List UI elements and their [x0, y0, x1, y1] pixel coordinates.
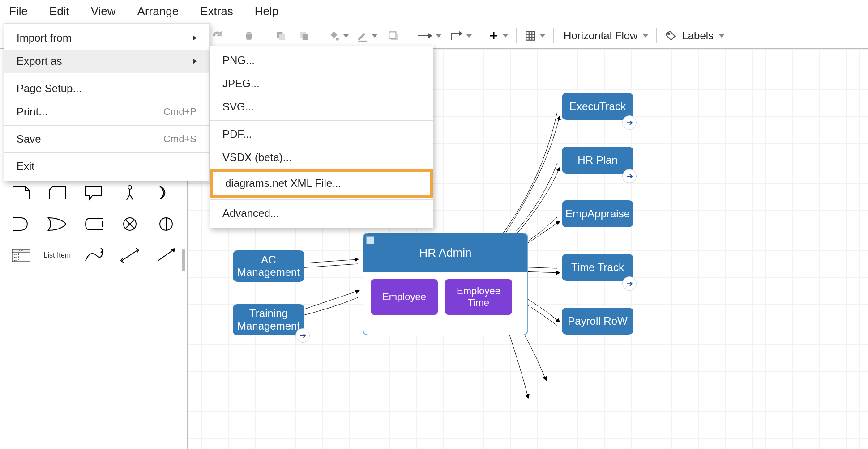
- shape-list-item[interactable]: List Item: [41, 241, 73, 269]
- node-hr-plan[interactable]: HR Plan: [562, 147, 633, 174]
- labels-label: Labels: [680, 30, 715, 42]
- svg-line-32: [130, 195, 133, 200]
- layout-selector[interactable]: Horizontal Flow: [562, 30, 648, 42]
- to-back-icon[interactable]: [296, 28, 312, 43]
- link-chip-icon[interactable]: ➔: [622, 115, 637, 130]
- menubar: File Edit View Arrange Extras Help: [0, 0, 868, 23]
- chevron-right-icon: [193, 35, 197, 41]
- export-svg[interactable]: SVG...: [210, 95, 433, 119]
- svg-point-28: [128, 186, 132, 189]
- fill-color-button[interactable]: [328, 30, 349, 42]
- menu-exit[interactable]: Exit: [4, 155, 209, 178]
- node-executrack[interactable]: ExecuTrack: [562, 93, 633, 120]
- shape-double-arrow[interactable]: [114, 241, 146, 269]
- shape-card[interactable]: [41, 179, 73, 207]
- export-submenu: PNG... JPEG... SVG... PDF... VSDX (beta)…: [210, 46, 433, 228]
- svg-text:Item 1: Item 1: [13, 253, 19, 255]
- insert-button[interactable]: [488, 30, 508, 41]
- trash-icon[interactable]: [241, 28, 257, 43]
- shape-and[interactable]: [4, 210, 37, 238]
- export-pdf[interactable]: PDF...: [210, 123, 433, 146]
- shape-crescent[interactable]: [150, 179, 183, 207]
- svg-line-45: [122, 250, 138, 261]
- svg-line-46: [158, 250, 173, 261]
- line-color-button[interactable]: [357, 30, 377, 42]
- shape-datastore[interactable]: [77, 210, 110, 238]
- menu-page-setup[interactable]: Page Setup...: [4, 77, 209, 100]
- chevron-right-icon: [193, 59, 197, 64]
- export-xml[interactable]: diagrams.net XML File...: [210, 169, 433, 198]
- node-ac-management[interactable]: AC Management: [233, 250, 304, 282]
- node-employee-time[interactable]: Employee Time: [445, 279, 512, 315]
- svg-point-15: [668, 33, 669, 34]
- shape-xor-circle[interactable]: [114, 210, 146, 238]
- svg-rect-3: [303, 34, 308, 40]
- shape-sum-circle[interactable]: [150, 210, 183, 238]
- layout-label: Horizontal Flow: [562, 30, 639, 42]
- node-payroll-row[interactable]: Payroll RoW: [562, 308, 633, 335]
- svg-text:Item 3: Item 3: [13, 259, 19, 262]
- svg-rect-10: [526, 31, 535, 40]
- shape-curve-arrow[interactable]: [77, 241, 110, 269]
- link-chip-icon[interactable]: ➔: [295, 328, 310, 343]
- menu-view[interactable]: View: [86, 2, 120, 21]
- file-menu-dropdown: Import from Export as Page Setup... Prin…: [4, 23, 210, 181]
- node-hr-admin-header[interactable]: − HR Admin: [363, 233, 527, 272]
- svg-rect-6: [389, 32, 396, 38]
- svg-text:Item 2: Item 2: [13, 256, 19, 258]
- svg-rect-5: [358, 41, 367, 42]
- menu-import-from[interactable]: Import from: [4, 26, 209, 50]
- svg-line-31: [127, 195, 130, 200]
- collapse-icon[interactable]: −: [366, 236, 374, 244]
- shape-speech[interactable]: [77, 179, 110, 207]
- svg-point-4: [336, 38, 339, 41]
- link-chip-icon[interactable]: ➔: [622, 169, 637, 183]
- waypoint-style-button[interactable]: [449, 30, 472, 42]
- export-vsdx[interactable]: VSDX (beta)...: [210, 146, 433, 169]
- export-jpeg[interactable]: JPEG...: [210, 72, 433, 95]
- menu-edit[interactable]: Edit: [45, 2, 74, 21]
- shape-arrow[interactable]: [150, 241, 183, 269]
- svg-rect-1: [279, 34, 285, 40]
- node-employee[interactable]: Employee: [371, 279, 438, 315]
- shape-list[interactable]: ListItem 1Item 2Item 3: [4, 241, 37, 269]
- menu-help[interactable]: Help: [250, 2, 283, 21]
- export-advanced[interactable]: Advanced...: [210, 202, 433, 225]
- hr-admin-label: HR Admin: [419, 246, 471, 260]
- menu-extras[interactable]: Extras: [196, 2, 238, 21]
- redo-icon[interactable]: [210, 28, 225, 43]
- node-hr-admin-container[interactable]: − HR Admin Employee Employee Time: [363, 233, 528, 335]
- svg-text:List: List: [19, 249, 23, 252]
- menu-save[interactable]: SaveCmd+S: [4, 127, 209, 151]
- export-png[interactable]: PNG...: [210, 49, 433, 72]
- connection-style-button[interactable]: [417, 33, 441, 39]
- shadow-icon[interactable]: [385, 28, 401, 43]
- node-empappraise[interactable]: EmpAppraise: [562, 200, 633, 227]
- menu-print[interactable]: Print...Cmd+P: [4, 100, 209, 123]
- menu-file[interactable]: File: [4, 2, 32, 21]
- link-chip-icon[interactable]: ➔: [622, 276, 637, 291]
- sidebar-collapse-handle[interactable]: [182, 249, 185, 271]
- menu-export-as[interactable]: Export as: [4, 50, 209, 73]
- labels-button[interactable]: Labels: [665, 30, 724, 42]
- shape-actor[interactable]: [114, 179, 146, 207]
- table-button[interactable]: [525, 30, 545, 42]
- shape-note[interactable]: [4, 179, 37, 207]
- node-training-management[interactable]: Training Management: [233, 304, 304, 335]
- menu-arrange[interactable]: Arrange: [133, 2, 184, 21]
- node-time-track[interactable]: Time Track: [562, 254, 633, 281]
- shape-or[interactable]: [41, 210, 73, 238]
- to-front-icon[interactable]: [273, 28, 288, 43]
